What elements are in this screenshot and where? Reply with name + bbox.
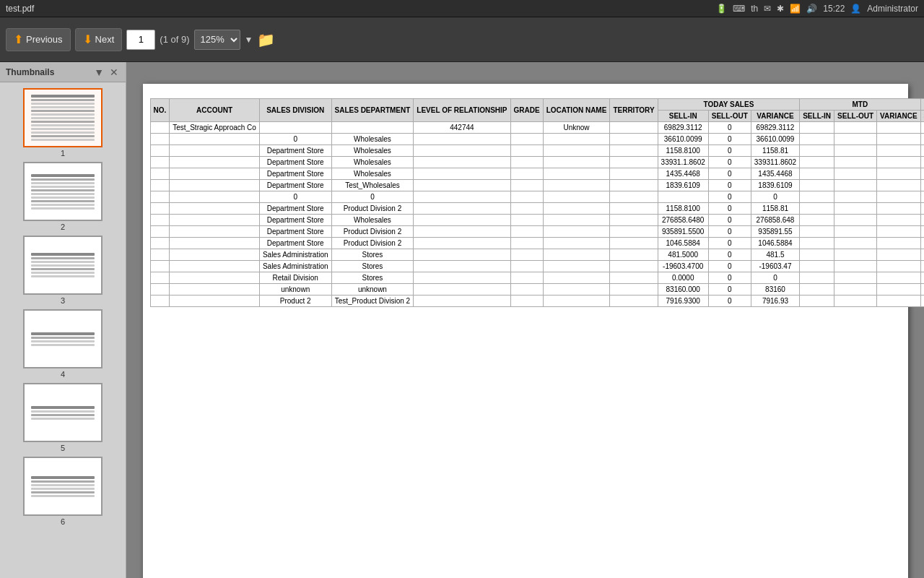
folder-icon[interactable]: 📁 xyxy=(257,31,275,48)
table-cell xyxy=(510,145,543,157)
table-cell xyxy=(877,168,920,180)
table-cell xyxy=(920,238,924,249)
table-cell: 1435.4468 xyxy=(658,168,708,180)
thumbnail-page-5[interactable]: 5 xyxy=(23,383,103,452)
table-cell xyxy=(877,134,920,145)
toolbar: ⬆ Previous ⬇ Next 1 (1 of 9) 125% 50% 75… xyxy=(0,17,924,62)
table-cell xyxy=(510,272,543,284)
table-cell xyxy=(510,157,543,168)
table-cell xyxy=(170,272,260,284)
thumbnail-page-4[interactable]: 4 xyxy=(23,309,103,379)
table-cell xyxy=(800,215,834,226)
titlebar: test.pdf 🔋 ⌨ th ✉ ✱ 📶 🔊 15:22 👤 Administ… xyxy=(0,0,924,17)
table-cell: 0 xyxy=(708,168,751,180)
table-cell xyxy=(170,145,260,157)
col-level: LEVEL OF RELATIONSHIP xyxy=(414,99,510,122)
table-cell xyxy=(834,272,877,284)
thumbnail-page-2[interactable]: 2 xyxy=(23,162,103,231)
table-cell xyxy=(414,203,510,215)
table-cell xyxy=(920,261,924,272)
table-cell xyxy=(510,261,543,272)
table-cell xyxy=(800,168,834,180)
table-cell: 935891.55 xyxy=(751,226,799,238)
col-sales-division: SALES DIVISION xyxy=(259,99,331,122)
table-cell: Wholesales xyxy=(331,168,414,180)
col-mtd: MTD xyxy=(800,99,920,111)
table-cell xyxy=(170,157,260,168)
table-cell xyxy=(920,134,924,145)
sidebar-header: Thumbnails ▼ ✕ xyxy=(0,62,126,82)
table-cell xyxy=(150,145,170,157)
table-cell: Department Store xyxy=(259,145,331,157)
next-arrow-icon: ⬇ xyxy=(83,33,92,46)
table-cell xyxy=(834,226,877,238)
table-cell xyxy=(610,249,658,261)
table-cell: 1839.6109 xyxy=(751,180,799,191)
table-cell xyxy=(800,191,834,203)
sidebar-close-button[interactable]: ✕ xyxy=(108,66,120,78)
sidebar-dropdown-button[interactable]: ▼ xyxy=(92,66,105,78)
previous-button[interactable]: ⬆ Previous xyxy=(6,28,71,51)
table-cell: 0 xyxy=(708,296,751,307)
zoom-select[interactable]: 125% 50% 75% 100% 150% 200% xyxy=(194,30,240,50)
table-cell xyxy=(800,249,834,261)
col-grade: GRADE xyxy=(510,99,543,122)
user-icon: 👤 xyxy=(850,4,861,14)
table-cell: 0 xyxy=(708,284,751,296)
table-cell: Department Store xyxy=(259,157,331,168)
table-cell: 0.0000 xyxy=(658,272,708,284)
table-cell xyxy=(414,191,510,203)
page-number-input[interactable]: 1 xyxy=(126,30,155,50)
table-cell xyxy=(658,191,708,203)
table-cell xyxy=(543,226,610,238)
table-cell xyxy=(920,191,924,203)
table-cell xyxy=(610,272,658,284)
table-cell xyxy=(834,122,877,134)
table-cell xyxy=(170,249,260,261)
thumbnail-page-6[interactable]: 6 xyxy=(23,457,103,526)
bluetooth-icon: ✱ xyxy=(777,4,784,14)
table-cell: 33931.1.8602 xyxy=(658,157,708,168)
table-cell xyxy=(877,249,920,261)
pdf-content-area[interactable]: NO. ACCOUNT SALES DIVISION SALES DEPARTM… xyxy=(126,62,924,578)
previous-arrow-icon: ⬆ xyxy=(14,33,23,46)
table-cell xyxy=(414,238,510,249)
table-cell xyxy=(543,157,610,168)
table-cell: 0 xyxy=(751,272,799,284)
table-cell xyxy=(414,261,510,272)
table-cell: Department Store xyxy=(259,168,331,180)
table-cell xyxy=(414,157,510,168)
table-cell xyxy=(414,284,510,296)
table-cell xyxy=(920,180,924,191)
table-cell: 36610.0099 xyxy=(658,134,708,145)
table-cell: 1839.6109 xyxy=(658,180,708,191)
table-cell: 0 xyxy=(708,261,751,272)
table-cell: Wholesales xyxy=(331,134,414,145)
table-cell: Stores xyxy=(331,272,414,284)
table-cell: 7916.9300 xyxy=(658,296,708,307)
thumbnail-page-1[interactable]: 1 xyxy=(23,88,103,158)
table-cell xyxy=(877,296,920,307)
table-cell: Sales Administration xyxy=(259,249,331,261)
system-icons: 🔋 ⌨ th ✉ ✱ 📶 🔊 15:22 👤 Administrator xyxy=(716,4,918,14)
col-mtd-var: VARIANCE xyxy=(877,111,920,122)
table-cell: -19603.47 xyxy=(751,261,799,272)
table-cell: 36610.0099 xyxy=(751,134,799,145)
table-body: Test_Stragic Approach Co442744Unknow6982… xyxy=(150,122,924,307)
next-button[interactable]: ⬇ Next xyxy=(75,28,123,51)
thumbnail-page-3[interactable]: 3 xyxy=(23,236,103,305)
col-qtd: QTD xyxy=(920,99,924,111)
table-cell xyxy=(543,249,610,261)
sales-table: NO. ACCOUNT SALES DIVISION SALES DEPARTM… xyxy=(150,98,925,307)
table-cell: 481.5 xyxy=(751,249,799,261)
thumbnail-label-5: 5 xyxy=(61,444,65,452)
table-cell xyxy=(510,191,543,203)
table-cell xyxy=(834,215,877,226)
table-row: Department StoreTest_Wholesales1839.6109… xyxy=(150,180,924,191)
table-cell xyxy=(510,215,543,226)
table-cell: 935891.5500 xyxy=(658,226,708,238)
table-cell xyxy=(170,238,260,249)
table-cell xyxy=(510,296,543,307)
table-row: 0Wholesales36610.0099036610.0099 xyxy=(150,134,924,145)
table-cell: Department Store xyxy=(259,238,331,249)
